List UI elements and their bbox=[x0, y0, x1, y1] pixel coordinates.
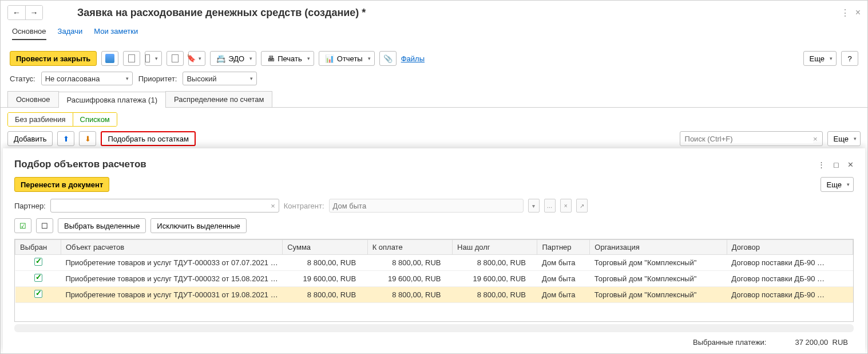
cell-object: Приобретение товаров и услуг ТДУТ-000033… bbox=[61, 255, 283, 271]
pill-list[interactable]: Списком bbox=[73, 113, 117, 126]
cell-partner: Дом быта bbox=[537, 287, 590, 303]
nav-back-button[interactable] bbox=[8, 6, 25, 19]
cell-topay: 8 800,00, RUB bbox=[367, 287, 452, 303]
create-based-button[interactable] bbox=[145, 51, 162, 66]
cell-partner: Дом быта bbox=[537, 271, 590, 287]
move-down-button[interactable]: ⬇ bbox=[79, 131, 96, 146]
panel-maximize-icon[interactable]: ◻ bbox=[833, 160, 839, 169]
partner-input[interactable]: × bbox=[50, 199, 279, 213]
kebab-icon[interactable]: ⋮ bbox=[841, 7, 850, 18]
save-button[interactable] bbox=[101, 51, 118, 66]
cell-org: Торговый дом "Комплексный" bbox=[590, 287, 727, 303]
cell-contract: Договор поставки ДБ-90 … bbox=[727, 255, 853, 271]
row-checkbox[interactable] bbox=[34, 274, 42, 282]
cell-debt: 19 600,00, RUB bbox=[453, 271, 537, 287]
panel-kebab-icon[interactable]: ⋮ bbox=[818, 160, 825, 169]
contractor-label: Контрагент: bbox=[284, 202, 324, 210]
table-row[interactable]: Приобретение товаров и услуг ТДУТ-000031… bbox=[15, 287, 853, 303]
uncheck-all-button[interactable]: ☐ bbox=[36, 218, 53, 233]
arrow-right-icon bbox=[30, 8, 38, 17]
help-button[interactable]: ? bbox=[841, 51, 858, 66]
col-org[interactable]: Организация bbox=[590, 240, 727, 255]
arrow-down-icon: ⬇ bbox=[85, 135, 91, 143]
nav-forward-button[interactable] bbox=[25, 6, 42, 19]
print-label: Печать bbox=[278, 54, 302, 63]
more-button[interactable]: Еще bbox=[803, 51, 837, 66]
status-label: Статус: bbox=[10, 74, 35, 83]
row-checkbox[interactable] bbox=[34, 290, 42, 298]
cell-topay: 8 800,00, RUB bbox=[367, 255, 452, 271]
table-row[interactable]: Приобретение товаров и услуг ТДУТ-000032… bbox=[15, 271, 853, 287]
status-select[interactable]: Не согласована bbox=[41, 72, 133, 85]
table-row[interactable]: Приобретение товаров и услуг ТДУТ-000033… bbox=[15, 255, 853, 271]
post-close-button[interactable]: Провести и закрыть bbox=[10, 51, 97, 66]
tab-main[interactable]: Основное bbox=[7, 91, 59, 107]
subnav-main[interactable]: Основное bbox=[12, 27, 46, 40]
reports-label: Отчеты bbox=[337, 54, 363, 63]
cell-object: Приобретение товаров и услуг ТДУТ-000032… bbox=[61, 271, 283, 287]
tag-button[interactable]: 🔖 bbox=[188, 51, 205, 66]
priority-value: Высокий bbox=[187, 74, 216, 83]
priority-label: Приоритет: bbox=[138, 74, 177, 83]
contractor-clear-button[interactable]: × bbox=[560, 199, 572, 213]
row-more-button[interactable]: Еще bbox=[827, 131, 861, 146]
row-checkbox[interactable] bbox=[34, 258, 42, 266]
structure-button[interactable] bbox=[167, 51, 184, 66]
search-clear-icon[interactable]: × bbox=[813, 135, 818, 143]
move-up-button[interactable]: ⬆ bbox=[57, 131, 74, 146]
post-button[interactable] bbox=[123, 51, 140, 66]
panel-title: Подбор объектов расчетов bbox=[14, 159, 146, 170]
cell-sum: 8 800,00, RUB bbox=[283, 287, 367, 303]
subnav-tasks[interactable]: Задачи bbox=[58, 27, 83, 40]
add-button[interactable]: Добавить bbox=[7, 131, 53, 146]
priority-select[interactable]: Высокий bbox=[183, 72, 257, 85]
panel-more-button[interactable]: Еще bbox=[821, 177, 854, 192]
panel-close-icon[interactable]: ✕ bbox=[847, 160, 854, 169]
col-selected[interactable]: Выбран bbox=[15, 240, 61, 255]
tag-icon: 🔖 bbox=[187, 54, 196, 63]
page-title: Заявка на расходование денежных средств … bbox=[77, 7, 366, 19]
col-debt[interactable]: Наш долг bbox=[453, 240, 537, 255]
search-field[interactable] bbox=[685, 135, 813, 143]
print-button[interactable]: 🖶 Печать bbox=[261, 51, 314, 66]
col-object[interactable]: Объект расчетов bbox=[61, 240, 283, 255]
col-contract[interactable]: Договор bbox=[727, 240, 853, 255]
exclude-highlighted-button[interactable]: Исключить выделенные bbox=[150, 218, 246, 233]
h-scrollbar[interactable] bbox=[14, 324, 854, 332]
objects-table[interactable]: Выбран Объект расчетов Сумма К оплате На… bbox=[14, 239, 854, 322]
attach-button[interactable] bbox=[379, 51, 397, 66]
status-value: Не согласована bbox=[45, 74, 100, 83]
uncheck-all-icon: ☐ bbox=[41, 222, 48, 230]
files-link[interactable]: Файлы bbox=[401, 54, 425, 63]
pill-nosplit[interactable]: Без разбиения bbox=[8, 113, 73, 126]
partner-clear-icon[interactable]: × bbox=[271, 202, 275, 210]
col-topay[interactable]: К оплате bbox=[367, 240, 452, 255]
contractor-ellipsis-button[interactable]: … bbox=[544, 199, 556, 213]
edo-label: ЭДО bbox=[228, 54, 244, 63]
subnav-notes[interactable]: Мои заметки bbox=[94, 27, 138, 40]
edo-button[interactable]: 📇 ЭДО bbox=[210, 51, 256, 66]
close-icon[interactable]: × bbox=[855, 7, 861, 18]
contractor-open-button[interactable]: ↗ bbox=[576, 199, 588, 213]
tab-alloc[interactable]: Распределение по счетам bbox=[165, 91, 272, 107]
search-input[interactable]: × bbox=[680, 131, 823, 146]
contractor-dropdown-button[interactable]: ▾ bbox=[528, 199, 540, 213]
reports-button[interactable]: 📊 Отчеты bbox=[319, 51, 375, 66]
save-icon bbox=[105, 54, 114, 63]
footer-label: Выбранные платежи: bbox=[693, 338, 767, 347]
col-partner[interactable]: Партнер bbox=[537, 240, 590, 255]
cell-sum: 19 600,00, RUB bbox=[283, 271, 367, 287]
cell-contract: Договор поставки ДБ-90 … bbox=[727, 271, 853, 287]
contractor-value: Дом быта bbox=[333, 202, 367, 210]
cell-org: Торговый дом "Комплексный" bbox=[590, 271, 727, 287]
check-all-button[interactable]: ☑ bbox=[14, 218, 31, 233]
pick-by-balance-button[interactable]: Подобрать по остаткам bbox=[101, 131, 196, 146]
transfer-button[interactable]: Перенести в документ bbox=[14, 177, 109, 192]
arrow-left-icon bbox=[13, 8, 21, 17]
arrow-up-icon: ⬆ bbox=[63, 135, 69, 143]
footer-currency: RUB bbox=[833, 338, 848, 347]
post-icon bbox=[128, 54, 135, 62]
tab-details[interactable]: Расшифровка платежа (1) bbox=[58, 92, 166, 108]
col-sum[interactable]: Сумма bbox=[283, 240, 367, 255]
select-highlighted-button[interactable]: Выбрать выделенные bbox=[58, 218, 146, 233]
